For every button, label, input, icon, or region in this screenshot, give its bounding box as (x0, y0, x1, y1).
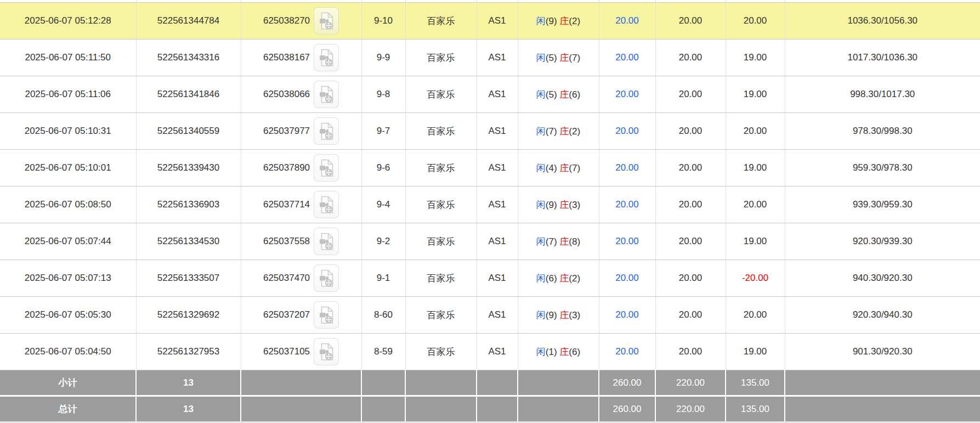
cell-round-number: 9-9 (361, 40, 405, 76)
cell-win-loss: 20.00 (726, 3, 785, 40)
video-replay-button[interactable] (314, 154, 339, 182)
cell-game-type: 百家乐 (405, 76, 477, 113)
video-replay-button[interactable] (314, 7, 339, 35)
video-replay-icon (319, 269, 334, 287)
cell-bet-id: 522561327953 (136, 334, 241, 370)
cell-table-name: AS1 (477, 260, 518, 297)
video-replay-button[interactable] (314, 191, 339, 218)
summary-row: 小计 13 260.00 220.00 135.00 (0, 370, 980, 396)
bet-amount-link[interactable]: 20.00 (615, 52, 639, 63)
cell-bet-amount: 20.00 (599, 40, 655, 76)
cell-bet-time: 2025-06-07 05:12:28 (0, 3, 136, 40)
cell-result: 闲(1) 庄(6) (518, 334, 599, 370)
bet-amount-link[interactable]: 20.00 (615, 89, 639, 99)
cell-valid-amount: 20.00 (655, 150, 726, 187)
video-replay-button[interactable] (314, 117, 339, 145)
cell-valid-amount: 20.00 (655, 76, 726, 113)
cell-result: 闲(9) 庄(3) (518, 297, 599, 334)
cell-round-id: 625038270 (241, 3, 361, 40)
video-replay-icon (319, 86, 334, 104)
summary-empty-cell (405, 396, 477, 422)
table-row: 2025-06-07 05:12:28 522561344784 6250382… (0, 3, 980, 40)
cell-balance: 920.30/939.30 (785, 223, 980, 260)
result-banker-label: 庄 (559, 310, 569, 320)
result-player-label: 闲 (536, 53, 546, 63)
bet-amount-link[interactable]: 20.00 (615, 273, 639, 283)
bet-amount-link[interactable]: 20.00 (615, 236, 639, 246)
cell-game-type: 百家乐 (405, 3, 477, 40)
cell-bet-amount: 20.00 (599, 3, 655, 40)
result-banker-label: 庄 (559, 89, 569, 100)
cell-result: 闲(6) 庄(2) (518, 260, 599, 297)
cell-game-type: 百家乐 (405, 113, 477, 150)
video-replay-button[interactable] (314, 338, 339, 365)
bet-amount-link[interactable]: 20.00 (615, 162, 639, 173)
cell-valid-amount: 20.00 (655, 40, 726, 76)
result-banker-score: (6) (569, 347, 580, 357)
cell-bet-amount: 20.00 (599, 223, 655, 260)
bet-amount-link[interactable]: 20.00 (615, 309, 639, 320)
summary-valid-total: 220.00 (655, 370, 726, 396)
result-banker-score: (6) (569, 89, 580, 100)
cell-bet-time: 2025-06-07 05:08:50 (0, 187, 136, 223)
result-player-label: 闲 (536, 236, 546, 247)
result-player-score: (5) (546, 53, 557, 63)
cell-balance: 940.30/920.30 (785, 260, 980, 297)
cell-result: 闲(9) 庄(2) (518, 3, 599, 40)
video-replay-button[interactable] (314, 44, 339, 71)
summary-empty-cell (361, 396, 405, 422)
video-replay-icon (319, 196, 334, 214)
result-banker-label: 庄 (559, 163, 569, 173)
table-row: 2025-06-07 05:08:50 522561336903 6250377… (0, 187, 980, 223)
cell-bet-amount: 20.00 (599, 76, 655, 113)
cell-round-number: 9-6 (361, 150, 405, 187)
round-id-text: 625037105 (263, 346, 310, 357)
cell-round-number: 9-2 (361, 223, 405, 260)
cell-bet-id: 522561339430 (136, 150, 241, 187)
video-replay-button[interactable] (314, 228, 339, 255)
cell-bet-id: 522561343316 (136, 40, 241, 76)
round-id-text: 625037714 (263, 199, 310, 210)
cell-bet-amount: 20.00 (599, 187, 655, 223)
result-player-score: (7) (546, 236, 557, 247)
result-banker-label: 庄 (559, 273, 569, 284)
video-replay-icon (319, 343, 334, 361)
cell-bet-amount: 20.00 (599, 260, 655, 297)
cell-round-id: 625038167 (241, 40, 361, 76)
video-replay-button[interactable] (314, 81, 339, 108)
result-banker-label: 庄 (559, 200, 569, 210)
cell-table-name: AS1 (477, 113, 518, 150)
video-replay-button[interactable] (314, 264, 339, 292)
table-row: 2025-06-07 05:11:50 522561343316 6250381… (0, 40, 980, 76)
summary-empty-cell (518, 370, 599, 396)
table-row: 2025-06-07 05:07:44 522561334530 6250375… (0, 223, 980, 260)
bet-amount-link[interactable]: 20.00 (615, 126, 639, 136)
cell-round-number: 9-10 (361, 3, 405, 40)
cell-win-loss: 19.00 (726, 223, 785, 260)
table-row: 2025-06-07 05:11:06 522561341846 6250380… (0, 76, 980, 113)
cell-round-number: 9-8 (361, 76, 405, 113)
summary-empty-cell (477, 370, 518, 396)
cell-round-id: 625037207 (241, 297, 361, 334)
result-player-label: 闲 (536, 310, 546, 320)
summary-winloss-total: 135.00 (726, 396, 785, 422)
video-replay-button[interactable] (314, 301, 339, 329)
cell-result: 闲(5) 庄(7) (518, 40, 599, 76)
cell-bet-amount: 20.00 (599, 150, 655, 187)
cell-valid-amount: 20.00 (655, 260, 726, 297)
bet-amount-link[interactable]: 20.00 (615, 199, 639, 210)
cell-bet-amount: 20.00 (599, 334, 655, 370)
cell-table-name: AS1 (477, 76, 518, 113)
summary-empty-cell (361, 370, 405, 396)
cell-bet-time: 2025-06-07 05:10:01 (0, 150, 136, 187)
cell-table-name: AS1 (477, 334, 518, 370)
cell-balance: 1036.30/1056.30 (785, 3, 980, 40)
result-banker-score: (3) (569, 310, 580, 320)
result-player-label: 闲 (536, 89, 546, 100)
bet-amount-link[interactable]: 20.00 (615, 346, 639, 357)
round-id-text: 625038066 (263, 89, 310, 100)
bet-amount-link[interactable]: 20.00 (615, 15, 639, 26)
result-player-label: 闲 (536, 16, 546, 26)
cell-balance: 920.30/940.30 (785, 297, 980, 334)
cell-game-type: 百家乐 (405, 40, 477, 76)
